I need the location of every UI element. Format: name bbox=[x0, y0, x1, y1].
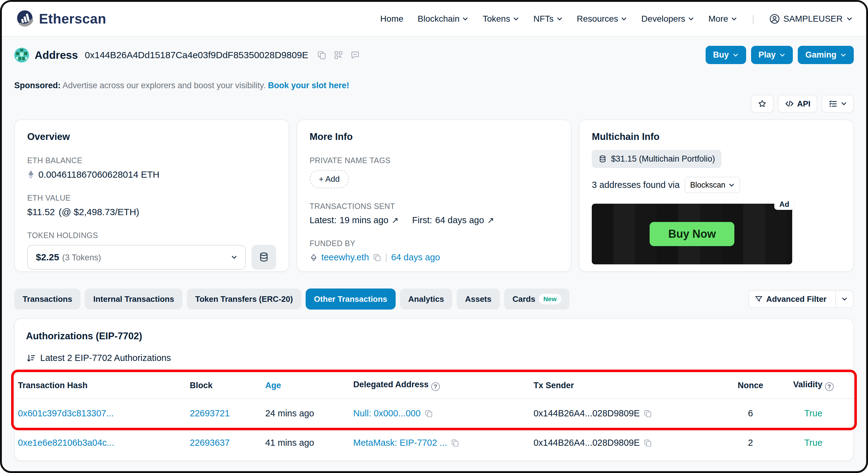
help-icon[interactable]: ? bbox=[431, 382, 440, 391]
address-identicon-avatar bbox=[14, 48, 29, 62]
sponsored-link[interactable]: Book your slot here! bbox=[268, 81, 349, 90]
nonce-cell: 2 bbox=[727, 428, 773, 457]
col-nonce: Nonce bbox=[727, 373, 773, 399]
external-arrow-icon: ↗ bbox=[392, 215, 399, 225]
addresses-found-text: 3 addresses found via bbox=[592, 180, 680, 190]
gaming-button[interactable]: Gaming bbox=[798, 46, 854, 64]
eth-balance-value: 0.004611867060628014 ETH bbox=[38, 169, 159, 180]
delegated-address-link[interactable]: MetaMask: EIP-7702 ... bbox=[353, 438, 447, 448]
coins-stack-icon bbox=[258, 252, 270, 263]
comment-icon bbox=[350, 50, 360, 60]
overview-card: Overview ETH BALANCE 0.00461186706062801… bbox=[14, 119, 289, 272]
chevron-down-icon bbox=[557, 16, 563, 22]
private-name-tags-label: PRIVATE NAME TAGS bbox=[310, 156, 559, 165]
etherscan-logo[interactable]: Etherscan bbox=[16, 9, 106, 28]
authorizations-subtitle: Latest 2 EIP-7702 Authorizations bbox=[40, 353, 171, 363]
tab-other-transactions[interactable]: Other Transactions bbox=[306, 289, 396, 309]
copy-sender-button[interactable] bbox=[644, 409, 652, 418]
help-icon[interactable]: ? bbox=[825, 382, 834, 391]
chevron-down-icon bbox=[731, 16, 737, 22]
tab-cards[interactable]: Cards New bbox=[504, 289, 569, 309]
view-options-button[interactable] bbox=[822, 95, 854, 113]
more-info-title: More Info bbox=[310, 131, 559, 142]
sponsored-text: Advertise across our explorers and boost… bbox=[62, 81, 266, 90]
ad-buy-now-button[interactable]: Buy Now bbox=[650, 222, 734, 246]
play-button[interactable]: Play bbox=[751, 46, 793, 64]
code-icon bbox=[785, 99, 794, 108]
chevron-down-icon bbox=[621, 16, 627, 22]
sponsored-label: Sponsored: bbox=[14, 81, 61, 90]
table-row: 0xe1e6e82106b3a04c... 22693637 41 mins a… bbox=[15, 428, 853, 457]
col-block: Block bbox=[187, 373, 262, 399]
star-icon bbox=[757, 99, 767, 108]
col-validity: Validity? bbox=[774, 373, 853, 399]
blockscan-dropdown[interactable]: Blockscan bbox=[685, 177, 740, 193]
authorizations-title: Authorizations (EIP-7702) bbox=[26, 331, 842, 342]
new-badge: New bbox=[539, 294, 561, 304]
page-frame: Etherscan Home Blockchain Tokens NFTs Re… bbox=[0, 0, 868, 473]
copy-delegated-button[interactable] bbox=[451, 439, 459, 447]
multichain-portfolio-badge[interactable]: $31.15 (Multichain Portfolio) bbox=[592, 150, 721, 168]
col-age[interactable]: Age bbox=[262, 373, 350, 399]
user-circle-icon bbox=[769, 13, 780, 24]
advanced-filter-button[interactable]: Advanced Filter bbox=[748, 290, 854, 308]
col-delegated-address: Delegated Address? bbox=[350, 373, 530, 399]
ad-banner[interactable]: Ad Buy Now bbox=[592, 204, 792, 264]
nav-item-resources[interactable]: Resources bbox=[577, 14, 627, 24]
nav-item-tokens[interactable]: Tokens bbox=[483, 14, 519, 24]
chevron-down-icon bbox=[779, 52, 785, 58]
nav-item-nfts[interactable]: NFTs bbox=[533, 14, 562, 24]
latest-tx-link[interactable]: 19 mins ago ↗ bbox=[340, 215, 399, 225]
tab-transactions[interactable]: Transactions bbox=[14, 289, 81, 309]
block-link[interactable]: 22693721 bbox=[190, 408, 230, 418]
funded-age-link[interactable]: 64 days ago bbox=[391, 252, 440, 263]
token-holdings-dropdown[interactable]: $2.25 (3 Tokens) bbox=[27, 245, 246, 270]
nav-item-home[interactable]: Home bbox=[380, 14, 403, 24]
chevron-down-icon bbox=[840, 52, 846, 58]
first-tx-link[interactable]: 64 days ago ↗ bbox=[435, 215, 494, 225]
token-holdings-value: $2.25 bbox=[36, 252, 59, 263]
token-holdings-count: (3 Tokens) bbox=[62, 253, 101, 263]
nav-item-more[interactable]: More bbox=[708, 14, 737, 24]
brand-name: Etherscan bbox=[39, 11, 106, 27]
tx-hash-link[interactable]: 0x601c397d3c813307... bbox=[18, 408, 114, 418]
api-button[interactable]: API bbox=[778, 95, 817, 113]
wallet-portfolio-button[interactable] bbox=[251, 245, 276, 270]
copy-sender-button[interactable] bbox=[644, 439, 652, 447]
portfolio-books-icon bbox=[598, 154, 607, 164]
funded-by-link[interactable]: teeewhy.eth bbox=[321, 252, 369, 263]
qr-code-icon bbox=[334, 50, 343, 60]
user-menu[interactable]: SAMPLEUSER bbox=[769, 13, 852, 24]
copy-icon bbox=[644, 439, 652, 447]
nav-item-developers[interactable]: Developers bbox=[641, 14, 694, 24]
favorite-button[interactable] bbox=[751, 95, 774, 113]
table-row: 0x601c397d3c813307... 22693721 24 mins a… bbox=[15, 399, 853, 428]
page-title: Address bbox=[35, 49, 78, 61]
col-transaction-hash: Transaction Hash bbox=[15, 373, 187, 399]
qr-code-button[interactable] bbox=[334, 50, 343, 60]
copy-address-button[interactable] bbox=[317, 50, 327, 60]
chevron-down-icon bbox=[231, 254, 237, 260]
validity-cell: True bbox=[774, 399, 853, 428]
delegated-address-link[interactable]: Null: 0x000...000 bbox=[353, 408, 421, 418]
add-private-tag-button[interactable]: + Add bbox=[310, 170, 349, 188]
block-link[interactable]: 22693637 bbox=[190, 438, 230, 448]
eth-value-usd: $11.52 bbox=[27, 207, 55, 217]
tab-analytics[interactable]: Analytics bbox=[400, 289, 453, 309]
authorizations-table: Transaction Hash Block Age Delegated Add… bbox=[15, 373, 853, 457]
tab-assets[interactable]: Assets bbox=[457, 289, 500, 309]
tab-token-transfers[interactable]: Token Transfers (ERC-20) bbox=[187, 289, 301, 309]
nav-item-blockchain[interactable]: Blockchain bbox=[417, 14, 468, 24]
copy-funder-button[interactable] bbox=[373, 253, 381, 262]
authorizations-card: Authorizations (EIP-7702) Latest 2 EIP-7… bbox=[14, 318, 854, 461]
sort-icon bbox=[26, 353, 36, 363]
chevron-down-icon bbox=[728, 182, 735, 188]
chevron-down-icon bbox=[846, 16, 852, 22]
tx-hash-link[interactable]: 0xe1e6e82106b3a04c... bbox=[18, 438, 114, 448]
comment-button[interactable] bbox=[350, 50, 360, 60]
advanced-filter-dropdown[interactable] bbox=[835, 291, 853, 307]
tab-internal-transactions[interactable]: Internal Transactions bbox=[85, 289, 183, 309]
copy-delegated-button[interactable] bbox=[425, 409, 433, 418]
transactions-sent-label: TRANSACTIONS SENT bbox=[310, 202, 559, 211]
buy-button[interactable]: Buy bbox=[706, 46, 746, 64]
